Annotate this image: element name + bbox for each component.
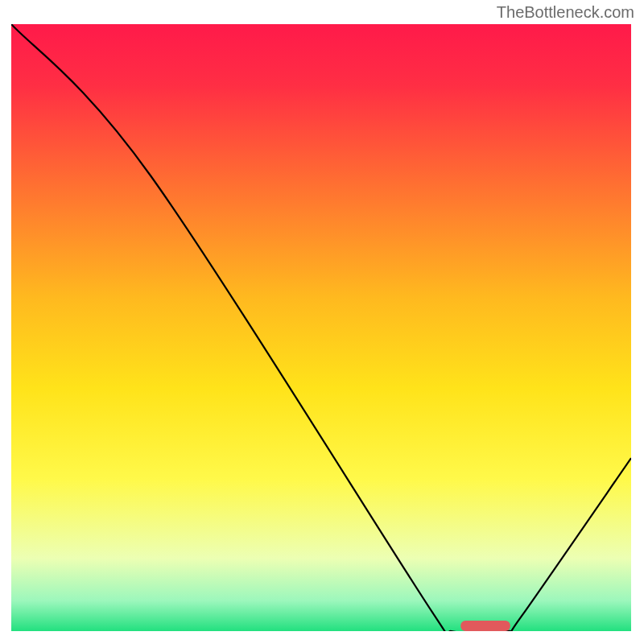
watermark-text: TheBottleneck.com bbox=[497, 3, 634, 22]
optimal-zone-marker bbox=[460, 621, 510, 631]
bottleneck-chart bbox=[11, 24, 631, 631]
